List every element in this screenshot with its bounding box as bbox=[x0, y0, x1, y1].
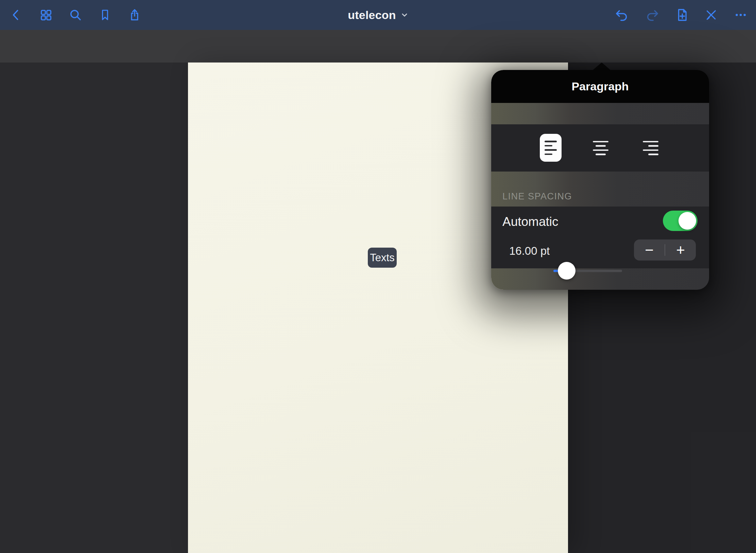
popover-band-top bbox=[491, 103, 709, 124]
align-left-icon bbox=[545, 141, 557, 155]
share-icon bbox=[128, 8, 141, 22]
spacing-stepper: − + bbox=[634, 239, 696, 261]
increase-spacing-button[interactable]: + bbox=[665, 239, 696, 261]
popover-title: Paragraph bbox=[571, 80, 629, 93]
slider-thumb[interactable] bbox=[558, 262, 575, 280]
spacing-value-label: 16.00 pt bbox=[509, 245, 550, 257]
align-left-option[interactable] bbox=[540, 134, 562, 162]
alignment-row bbox=[491, 124, 709, 172]
top-nav-bar: utelecon bbox=[0, 0, 756, 30]
add-page-icon bbox=[675, 8, 689, 22]
more-button[interactable] bbox=[733, 7, 749, 23]
document-title: utelecon bbox=[348, 8, 396, 22]
paragraph-popover: Paragraph LINE SPACING Autom bbox=[491, 70, 709, 290]
spacing-slider[interactable] bbox=[553, 270, 622, 272]
bookmark-icon bbox=[99, 8, 111, 21]
undo-icon bbox=[615, 8, 629, 22]
tool-bar: a T H bbox=[0, 30, 756, 63]
search-icon bbox=[69, 8, 82, 22]
undo-button[interactable] bbox=[614, 7, 630, 23]
stylus-off-icon bbox=[704, 8, 718, 22]
bookmark-button[interactable] bbox=[97, 7, 113, 23]
back-icon bbox=[10, 8, 22, 21]
toggle-knob bbox=[678, 212, 696, 230]
app-screen: utelecon a bbox=[0, 0, 756, 553]
automatic-toggle[interactable] bbox=[663, 211, 698, 231]
selected-text-label: Texts bbox=[370, 252, 394, 264]
align-right-option[interactable] bbox=[643, 141, 658, 155]
pages-grid-icon bbox=[39, 8, 53, 22]
back-button[interactable] bbox=[8, 7, 24, 23]
more-icon bbox=[734, 8, 748, 22]
stylus-off-button[interactable] bbox=[703, 7, 719, 23]
share-button[interactable] bbox=[126, 7, 143, 23]
line-spacing-section-label: LINE SPACING bbox=[502, 191, 572, 202]
line-spacing-rows: Automatic 16.00 pt − + bbox=[491, 207, 709, 268]
popover-arrow bbox=[592, 63, 611, 71]
automatic-label: Automatic bbox=[502, 215, 559, 229]
document-title-button[interactable]: utelecon bbox=[327, 0, 429, 30]
search-button[interactable] bbox=[67, 7, 84, 23]
redo-icon bbox=[645, 8, 659, 22]
chevron-down-icon bbox=[401, 11, 408, 19]
pages-overview-button[interactable] bbox=[38, 7, 54, 23]
align-center-icon bbox=[593, 141, 608, 155]
align-right-icon bbox=[643, 141, 658, 155]
popover-header: Paragraph bbox=[491, 70, 709, 103]
redo-button[interactable] bbox=[644, 7, 660, 23]
add-page-button[interactable] bbox=[674, 7, 690, 23]
align-center-option[interactable] bbox=[593, 141, 608, 155]
decrease-spacing-button[interactable]: − bbox=[634, 239, 665, 261]
selected-text-object[interactable]: Texts bbox=[368, 248, 397, 268]
